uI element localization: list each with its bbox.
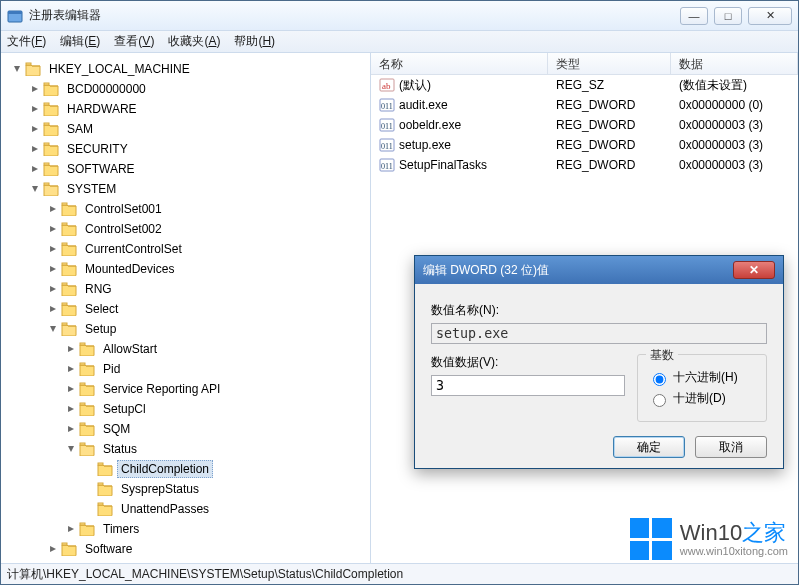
radix-hex-radio[interactable] (653, 373, 666, 386)
value-type: REG_DWORD (548, 138, 671, 152)
tree-expander-icon[interactable]: ▸ (47, 262, 59, 274)
menu-edit[interactable]: 编辑(E) (60, 33, 100, 50)
tree-expander-icon[interactable]: ▸ (65, 362, 77, 374)
tree-item[interactable]: UnattendPasses (5, 499, 370, 519)
tree-expander-icon[interactable]: ▸ (29, 142, 41, 154)
tree-expander-icon[interactable]: ▸ (47, 202, 59, 214)
radix-hex-label: 十六进制(H) (673, 369, 738, 386)
tree-expander-icon[interactable]: ▸ (47, 302, 59, 314)
col-data[interactable]: 数据 (671, 53, 798, 74)
tree-item[interactable]: ▸ Software (5, 539, 370, 559)
tree-expander-icon[interactable]: ▸ (47, 282, 59, 294)
tree-item-label: HKEY_LOCAL_MACHINE (45, 60, 194, 78)
svg-text:011: 011 (381, 162, 393, 171)
tree-item[interactable]: ▸ Select (5, 299, 370, 319)
list-row[interactable]: ab (默认) REG_SZ (数值未设置) (371, 75, 798, 95)
value-data: 0x00000003 (3) (671, 158, 798, 172)
minimize-button[interactable]: — (680, 7, 708, 25)
svg-rect-17 (80, 363, 85, 365)
tree-item[interactable]: ▸ SECURITY (5, 139, 370, 159)
tree-expander-icon[interactable]: ▸ (65, 342, 77, 354)
value-data-field[interactable] (431, 375, 625, 396)
tree-expander-icon[interactable]: ▸ (47, 222, 59, 234)
tree-item[interactable]: ChildCompletion (5, 459, 370, 479)
tree-item[interactable]: ▸ CurrentControlSet (5, 239, 370, 259)
tree-item[interactable]: ▸ AllowStart (5, 339, 370, 359)
tree-expander-icon[interactable]: ▸ (65, 382, 77, 394)
tree-expander-icon[interactable]: ▸ (65, 522, 77, 534)
tree-item-label: Service Reporting API (99, 380, 224, 398)
tree-item[interactable]: ▸ Timers (5, 519, 370, 539)
tree-expander-icon[interactable]: ▸ (29, 122, 41, 134)
svg-rect-14 (62, 303, 67, 305)
ok-button[interactable]: 确定 (613, 436, 685, 458)
tree-item[interactable]: ▸ ControlSet002 (5, 219, 370, 239)
tree-expander-icon[interactable]: ▸ (65, 402, 77, 414)
tree-item[interactable]: ▸ SetupCl (5, 399, 370, 419)
status-bar: 计算机\HKEY_LOCAL_MACHINE\SYSTEM\Setup\Stat… (1, 563, 798, 584)
tree-item[interactable]: ▸ HARDWARE (5, 99, 370, 119)
maximize-button[interactable]: □ (714, 7, 742, 25)
tree-item-label: HARDWARE (63, 100, 141, 118)
tree-expander-icon[interactable]: ▸ (47, 542, 59, 554)
radix-dec-radio[interactable] (653, 394, 666, 407)
svg-rect-4 (44, 103, 49, 105)
dword-value-icon: 011 (379, 157, 395, 173)
dword-value-icon: 011 (379, 117, 395, 133)
tree-expander-icon[interactable]: ▾ (29, 182, 41, 194)
tree-expander-icon[interactable]: ▸ (65, 422, 77, 434)
tree-expander-icon[interactable]: ▾ (65, 442, 77, 454)
tree-item[interactable]: ▸ Service Reporting API (5, 379, 370, 399)
edit-dword-dialog: 编辑 DWORD (32 位)值 ✕ 数值名称(N): 数值数据(V): 基数 … (414, 255, 784, 469)
menu-file[interactable]: 文件(F) (7, 33, 46, 50)
titlebar[interactable]: 注册表编辑器 — □ ✕ (1, 1, 798, 31)
menu-fav[interactable]: 收藏夹(A) (168, 33, 220, 50)
watermark: Win10之家 www.win10xitong.com (630, 518, 788, 560)
menu-help[interactable]: 帮助(H) (234, 33, 275, 50)
tree-expander-icon[interactable]: ▸ (29, 162, 41, 174)
tree-item[interactable]: ▸ RNG (5, 279, 370, 299)
tree-item-label: Status (99, 440, 141, 458)
tree-item-label: ChildCompletion (117, 460, 213, 478)
tree-item[interactable]: ▸ SAM (5, 119, 370, 139)
tree-expander-icon[interactable]: ▾ (11, 62, 23, 74)
tree-expander-icon[interactable]: ▾ (47, 322, 59, 334)
value-type: REG_DWORD (548, 158, 671, 172)
list-row[interactable]: 011 audit.exe REG_DWORD 0x00000000 (0) (371, 95, 798, 115)
col-type[interactable]: 类型 (548, 53, 671, 74)
tree-expander-icon[interactable]: ▸ (29, 82, 41, 94)
tree-expander-icon[interactable]: ▸ (47, 242, 59, 254)
tree-item[interactable]: SysprepStatus (5, 479, 370, 499)
tree-view[interactable]: ▾ HKEY_LOCAL_MACHINE ▸ BCD00000000 ▸ HAR… (1, 53, 371, 563)
col-name[interactable]: 名称 (371, 53, 548, 74)
list-row[interactable]: 011 setup.exe REG_DWORD 0x00000003 (3) (371, 135, 798, 155)
menu-view[interactable]: 查看(V) (114, 33, 154, 50)
tree-item[interactable]: ▸ SQM (5, 419, 370, 439)
list-row[interactable]: 011 SetupFinalTasks REG_DWORD 0x00000003… (371, 155, 798, 175)
close-button[interactable]: ✕ (748, 7, 792, 25)
window-buttons: — □ ✕ (680, 7, 792, 25)
svg-rect-10 (62, 223, 67, 225)
tree-expander-icon[interactable]: ▸ (29, 102, 41, 114)
tree-item[interactable]: ▸ BCD00000000 (5, 79, 370, 99)
tree-item-label: RNG (81, 280, 116, 298)
tree-item[interactable]: ▾ Status (5, 439, 370, 459)
dialog-titlebar[interactable]: 编辑 DWORD (32 位)值 ✕ (415, 256, 783, 284)
tree-item[interactable]: ▾ HKEY_LOCAL_MACHINE (5, 59, 370, 79)
tree-item[interactable]: ▸ MountedDevices (5, 259, 370, 279)
value-data: (数值未设置) (671, 77, 798, 94)
tree-item[interactable]: ▸ SOFTWARE (5, 159, 370, 179)
tree-item[interactable]: ▾ SYSTEM (5, 179, 370, 199)
radix-hex[interactable]: 十六进制(H) (648, 369, 756, 386)
tree-item[interactable]: ▾ Setup (5, 319, 370, 339)
list-row[interactable]: 011 oobeldr.exe REG_DWORD 0x00000003 (3) (371, 115, 798, 135)
status-path: 计算机\HKEY_LOCAL_MACHINE\SYSTEM\Setup\Stat… (7, 566, 403, 583)
list-header[interactable]: 名称 类型 数据 (371, 53, 798, 75)
dialog-close-button[interactable]: ✕ (733, 261, 775, 279)
radix-dec[interactable]: 十进制(D) (648, 390, 756, 407)
tree-item-label: AllowStart (99, 340, 161, 358)
value-data: 0x00000003 (3) (671, 138, 798, 152)
tree-item[interactable]: ▸ ControlSet001 (5, 199, 370, 219)
tree-item[interactable]: ▸ Pid (5, 359, 370, 379)
cancel-button[interactable]: 取消 (695, 436, 767, 458)
